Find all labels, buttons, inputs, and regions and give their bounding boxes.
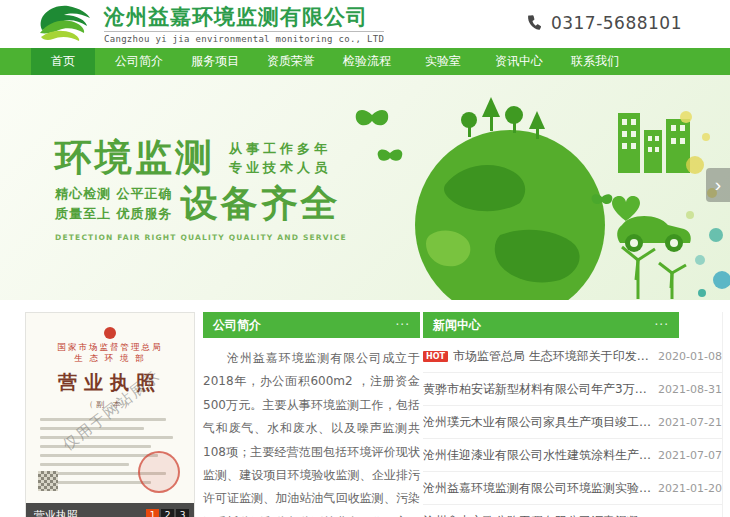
company-name: 沧州益嘉环境监测有限公司 bbox=[104, 4, 384, 30]
license-red-seal bbox=[138, 451, 180, 493]
nav-item-honors[interactable]: 资质荣誉 bbox=[259, 48, 323, 75]
pager-3[interactable]: 3 bbox=[176, 509, 189, 517]
pager-2[interactable]: 2 bbox=[161, 509, 174, 517]
about-more-link[interactable]: ··· bbox=[396, 320, 410, 330]
slogan-headline-1: 环境监测 bbox=[55, 135, 215, 181]
news-item[interactable]: 沧州璞元木业有限公司家具生产项目竣工环境保... 2021-07-21 bbox=[423, 406, 722, 439]
license-authority-line1: 国家市场监督管理总局 bbox=[36, 342, 184, 353]
content-area: 国家市场监督管理总局 生 态 环 境 部 营业执照 （副 本） 仅用于网站展示 … bbox=[0, 300, 730, 517]
license-caption-text: 营业执照 bbox=[34, 508, 146, 517]
phone-number[interactable]: 0317-5688101 bbox=[551, 13, 682, 33]
pager-1[interactable]: 1 bbox=[146, 509, 159, 517]
news-item-date: 2021-07-07 bbox=[658, 449, 722, 462]
news-item[interactable]: 沧州佳迎漆业有限公司水性建筑涂料生产线技术... 2021-07-07 bbox=[423, 439, 722, 472]
brand-block: 沧州益嘉环境监测有限公司 Cangzhou yi jia environment… bbox=[104, 4, 384, 44]
news-item-title: 黄骅市柏安诺新型材料有限公司年产3万吨砂浆... bbox=[423, 381, 652, 398]
about-panel-header: 公司简介 ··· bbox=[203, 312, 420, 338]
nav-item-contact[interactable]: 联系我们 bbox=[563, 48, 627, 75]
about-panel: 公司简介 ··· 沧州益嘉环境监测有限公司成立于2018年，办公面积600m2 … bbox=[203, 312, 420, 517]
news-item-date: 2021-01-20 bbox=[658, 482, 722, 495]
company-name-en: Cangzhou yi jia environmental monitoring… bbox=[104, 31, 384, 44]
nav-item-process[interactable]: 检验流程 bbox=[335, 48, 399, 75]
nav-item-news[interactable]: 资讯中心 bbox=[487, 48, 551, 75]
news-list: HOT 市场监管总局 生态环境部关于印发《检验... 2020-01-08 黄骅… bbox=[423, 340, 722, 517]
leaf-swirl-icon bbox=[28, 2, 96, 46]
nav-item-home[interactable]: 首页 bbox=[31, 48, 95, 75]
news-item-title: 沧州佳迎漆业有限公司水性建筑涂料生产线技术... bbox=[423, 447, 652, 464]
company-logo bbox=[28, 2, 96, 46]
slogan-taglines-2: 精心检测 公平正确 质量至上 优质服务 bbox=[55, 184, 173, 224]
header-phone: 0317-5688101 bbox=[526, 13, 682, 33]
license-pagination: 1 2 3 bbox=[146, 509, 189, 517]
phone-icon bbox=[526, 15, 542, 31]
homepage: 沧州益嘉环境监测有限公司 Cangzhou yi jia environment… bbox=[0, 0, 730, 517]
eco-banner-graphic bbox=[350, 75, 730, 300]
license-carousel[interactable]: 国家市场监督管理总局 生 态 环 境 部 营业执照 （副 本） 仅用于网站展示 … bbox=[25, 312, 195, 517]
news-panel: 新闻中心 ··· HOT 市场监管总局 生态环境部关于印发《检验... 2020… bbox=[423, 312, 723, 517]
slogan-taglines-1: 从事工作多年 专业技术人员 bbox=[229, 139, 331, 177]
site-header: 沧州益嘉环境监测有限公司 Cangzhou yi jia environment… bbox=[0, 0, 730, 48]
hero-banner: 环境监测 从事工作多年 专业技术人员 精心检测 公平正确 质量至上 优质服务 设… bbox=[0, 75, 730, 300]
news-more-link[interactable]: ··· bbox=[655, 320, 669, 330]
license-caption-bar: 营业执照 1 2 3 bbox=[26, 503, 194, 517]
slogan-headline-2: 设备齐全 bbox=[181, 181, 341, 227]
news-item-title: 沧州璞元木业有限公司家具生产项目竣工环境保... bbox=[423, 414, 652, 431]
about-text: 沧州益嘉环境监测有限公司成立于2018年，办公面积600m2 ，注册资金500万… bbox=[203, 347, 420, 517]
slogan-english-line: DETECTION FAIR RIGHT QUALITY QUALITY AND… bbox=[55, 233, 347, 242]
news-item[interactable]: HOT 市场监管总局 生态环境部关于印发《检验... 2020-01-08 bbox=[423, 340, 722, 373]
news-item-date: 2021-07-21 bbox=[658, 416, 722, 429]
news-item[interactable]: 沧州益嘉环境监测有限公司环境监测实验室建设... 2021-01-20 bbox=[423, 472, 722, 505]
nav-item-services[interactable]: 服务项目 bbox=[183, 48, 247, 75]
license-qr-code bbox=[38, 471, 58, 491]
news-item-title: 沧州鑫丰市政公路工程有限公司沥青混凝土生产... bbox=[423, 513, 652, 517]
about-title: 公司简介 bbox=[213, 317, 396, 334]
news-item-date: 2020-01-08 bbox=[658, 350, 722, 363]
national-emblem-icon bbox=[104, 327, 116, 339]
news-item[interactable]: 黄骅市柏安诺新型材料有限公司年产3万吨砂浆... 2021-08-31 bbox=[423, 373, 722, 406]
nav-item-lab[interactable]: 实验室 bbox=[411, 48, 475, 75]
news-title: 新闻中心 bbox=[433, 317, 655, 334]
news-item-title: 沧州益嘉环境监测有限公司环境监测实验室建设... bbox=[423, 480, 652, 497]
business-license-image: 国家市场监督管理总局 生 态 环 境 部 营业执照 （副 本） 仅用于网站展示 bbox=[26, 313, 194, 517]
news-item-date: 2021-08-31 bbox=[658, 383, 722, 396]
news-panel-header: 新闻中心 ··· bbox=[423, 312, 679, 338]
nav-item-about[interactable]: 公司简介 bbox=[107, 48, 171, 75]
banner-slogan: 环境监测 从事工作多年 专业技术人员 精心检测 公平正确 质量至上 优质服务 设… bbox=[55, 135, 347, 242]
carousel-next-button[interactable]: › bbox=[706, 168, 730, 202]
hot-badge: HOT bbox=[423, 351, 448, 362]
main-nav: 首页 公司简介 服务项目 资质荣誉 检验流程 实验室 资讯中心 联系我们 bbox=[0, 48, 730, 75]
news-item[interactable]: 沧州鑫丰市政公路工程有限公司沥青混凝土生产... 2020-11-26 bbox=[423, 505, 722, 517]
news-item-title: 市场监管总局 生态环境部关于印发《检验... bbox=[453, 348, 652, 365]
